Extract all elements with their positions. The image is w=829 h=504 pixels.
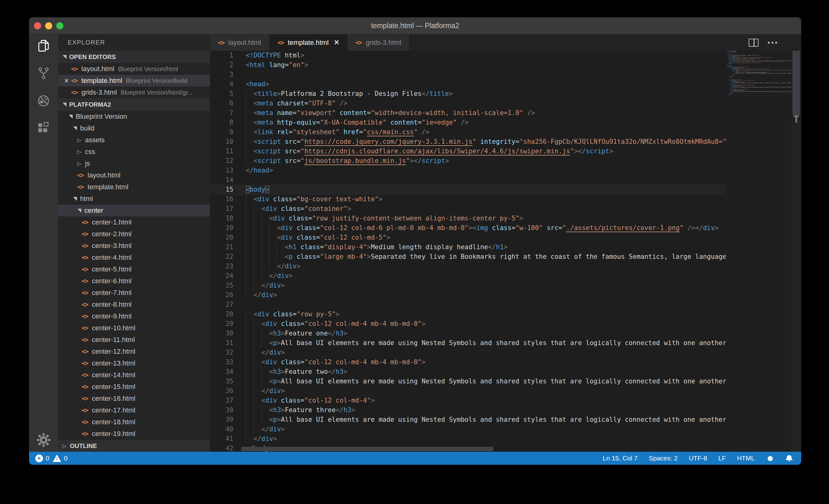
code-line[interactable]: 33 <div class="col-12 col-md-4 mb-4 mb-m… bbox=[210, 357, 727, 367]
titlebar[interactable]: template.html — Platforma2 bbox=[29, 17, 801, 34]
code-line[interactable]: 34 <h3>Feature two</h3> bbox=[210, 367, 727, 376]
editor-pane[interactable]: 1<!DOCTYPE html>2<html lang="en">34<head… bbox=[210, 51, 801, 452]
close-window-button[interactable] bbox=[34, 22, 41, 29]
code-line[interactable]: 17 <div class="container"> bbox=[210, 204, 727, 214]
code-line[interactable]: 21 <h1 class="display-4">Medium length d… bbox=[210, 243, 727, 252]
code-line[interactable]: 28 <div class="row py-5"> bbox=[210, 310, 727, 319]
feedback-smiley-icon[interactable]: ☻ bbox=[766, 454, 774, 463]
code-line[interactable]: 16 <div class="bg-cover text-white"> bbox=[210, 194, 727, 204]
outline-section-header[interactable]: ▷ OUTLINE bbox=[58, 440, 210, 452]
tree-item-Blueprint Version[interactable]: Blueprint Version bbox=[58, 111, 210, 122]
code-line[interactable]: 11 <script src="https://cdnjs.cloudflare… bbox=[210, 147, 727, 156]
tree-item-center-6-html[interactable]: <>center-6.html bbox=[58, 275, 210, 287]
code-line[interactable]: 36 </div> bbox=[210, 386, 727, 396]
vertical-scrollbar[interactable]: T bbox=[791, 51, 801, 452]
code-line[interactable]: 13</head> bbox=[210, 166, 727, 175]
tree-item-center-16-html[interactable]: <>center-16.html bbox=[58, 393, 210, 404]
tree-item-css[interactable]: ▷css bbox=[58, 146, 210, 158]
open-editor-item[interactable]: ×<>template.htmlBlueprint Version/build bbox=[58, 75, 210, 86]
open-editors-section-header[interactable]: OPEN EDITORS bbox=[58, 51, 210, 63]
status-errors[interactable]: × 0 bbox=[35, 455, 49, 462]
code-line[interactable]: 19 <div class="col-12 col-md-6 pl-md-0 m… bbox=[210, 223, 727, 233]
tree-item-center-2-html[interactable]: <>center-2.html bbox=[58, 228, 210, 240]
code-line[interactable]: 31 <p>All base UI elements are made usin… bbox=[210, 338, 727, 348]
tree-item-center[interactable]: center bbox=[58, 205, 210, 216]
tree-item-center-10-html[interactable]: <>center-10.html bbox=[58, 322, 210, 334]
tree-item-center-5-html[interactable]: <>center-5.html bbox=[58, 263, 210, 275]
code-line[interactable]: 2<html lang="en"> bbox=[210, 60, 727, 70]
code-line[interactable]: 4<head> bbox=[210, 79, 727, 89]
status-warnings[interactable]: ! 0 bbox=[53, 455, 68, 462]
tab-template-html[interactable]: <>template.html× bbox=[269, 34, 348, 51]
close-tab-icon[interactable]: × bbox=[334, 38, 339, 47]
code-line[interactable]: 8 <meta http-equiv="X-UA-Compatible" con… bbox=[210, 118, 727, 128]
open-editor-item[interactable]: <>grids-3.htmlBlueprint Version/html/gr.… bbox=[58, 86, 210, 98]
debug-disabled-icon[interactable] bbox=[36, 94, 51, 108]
extensions-icon[interactable] bbox=[36, 121, 51, 136]
notifications-bell-icon[interactable] bbox=[786, 455, 793, 462]
tree-item-center-15-html[interactable]: <>center-15.html bbox=[58, 381, 210, 393]
open-editor-item[interactable]: <>layout.htmlBlueprint Version/html bbox=[58, 63, 210, 75]
tree-item-center-9-html[interactable]: <>center-9.html bbox=[58, 311, 210, 322]
code-line[interactable]: 24 </div> bbox=[210, 271, 727, 281]
code-line[interactable]: 18 <div class="row justify-content-betwe… bbox=[210, 214, 727, 223]
code-line[interactable]: 9 <link rel="stylesheet" href="css/main.… bbox=[210, 128, 727, 137]
tree-item-layout-html[interactable]: <>layout.html bbox=[58, 170, 210, 181]
code-line[interactable]: 27 bbox=[210, 300, 727, 310]
source-control-icon[interactable] bbox=[36, 66, 51, 80]
horizontal-scrollbar-slider[interactable] bbox=[241, 447, 493, 451]
code-line[interactable]: 26 </div> bbox=[210, 290, 727, 300]
tree-item-center-13-html[interactable]: <>center-13.html bbox=[58, 357, 210, 369]
split-editor-icon[interactable] bbox=[749, 39, 759, 47]
code-line[interactable]: 37 <div class="col-12 col-md-4"> bbox=[210, 396, 727, 405]
code-line[interactable]: 3 bbox=[210, 70, 727, 79]
tree-item-center-1-html[interactable]: <>center-1.html bbox=[58, 216, 210, 228]
status-cursor-position[interactable]: Ln 15, Col 7 bbox=[603, 455, 638, 462]
code-line[interactable]: 29 <div class="col-12 col-md-4 mb-4 mb-m… bbox=[210, 319, 727, 329]
code-line[interactable]: 6 <meta charset="UTF-8" /> bbox=[210, 99, 727, 108]
tab-grids-3-html[interactable]: <>grids-3.html bbox=[348, 34, 409, 51]
tree-item-center-4-html[interactable]: <>center-4.html bbox=[58, 252, 210, 263]
code-line[interactable]: 25 </div> bbox=[210, 281, 727, 290]
settings-gear-icon[interactable] bbox=[36, 433, 51, 447]
tree-item-center-14-html[interactable]: <>center-14.html bbox=[58, 369, 210, 381]
tree-item-assets[interactable]: ▷assets bbox=[58, 134, 210, 146]
minimize-window-button[interactable] bbox=[45, 22, 52, 29]
tree-item-js[interactable]: ▷js bbox=[58, 158, 210, 170]
zoom-window-button[interactable] bbox=[56, 22, 63, 29]
code-line[interactable]: 15<body> bbox=[210, 185, 727, 194]
tree-item-center-11-html[interactable]: <>center-11.html bbox=[58, 334, 210, 346]
code-line[interactable]: 14 bbox=[210, 175, 727, 185]
close-file-icon[interactable]: × bbox=[62, 76, 71, 85]
tree-item-center-8-html[interactable]: <>center-8.html bbox=[58, 299, 210, 311]
tree-item-center-7-html[interactable]: <>center-7.html bbox=[58, 287, 210, 299]
files-explorer-icon[interactable] bbox=[36, 39, 51, 53]
tree-item-center-19-html[interactable]: <>center-19.html bbox=[58, 428, 210, 440]
code-line[interactable]: 35 <p>All base UI elements are made usin… bbox=[210, 376, 727, 386]
code-line[interactable]: 5 <title>Platforma 2 Bootstrap - Design … bbox=[210, 89, 727, 99]
tree-item-build[interactable]: build bbox=[58, 122, 210, 134]
tree-item-html[interactable]: html bbox=[58, 193, 210, 205]
tree-item-center-3-html[interactable]: <>center-3.html bbox=[58, 240, 210, 252]
status-encoding[interactable]: UTF-8 bbox=[689, 455, 707, 462]
code-line[interactable]: 39 <p>All base UI elements are made usin… bbox=[210, 415, 727, 425]
more-actions-icon[interactable] bbox=[768, 42, 777, 44]
vertical-scrollbar-slider[interactable] bbox=[793, 51, 800, 115]
code-line[interactable]: 41 </div> bbox=[210, 434, 727, 444]
code-line[interactable]: 38 <h3>Feature three</h3> bbox=[210, 405, 727, 415]
code-view[interactable]: 1<!DOCTYPE html>2<html lang="en">34<head… bbox=[210, 51, 727, 452]
minimap[interactable]: <!DOCTYPE html><html lang="en"><head> <t… bbox=[726, 51, 791, 452]
code-line[interactable]: 32 </div> bbox=[210, 348, 727, 357]
code-line[interactable]: 7 <meta name="viewport" content="width=d… bbox=[210, 108, 727, 118]
code-line[interactable]: 12 <script src="js/bootstrap.bundle.min.… bbox=[210, 156, 727, 166]
tree-item-center-18-html[interactable]: <>center-18.html bbox=[58, 416, 210, 428]
tree-item-center-12-html[interactable]: <>center-12.html bbox=[58, 346, 210, 357]
tree-item-center-17-html[interactable]: <>center-17.html bbox=[58, 404, 210, 416]
tree-item-template-html[interactable]: <>template.html bbox=[58, 181, 210, 193]
code-line[interactable]: 22 <p class="large mb-4">Separated they … bbox=[210, 252, 727, 261]
code-line[interactable]: 10 <script src="https://code.jquery.com/… bbox=[210, 137, 727, 147]
project-section-header[interactable]: PLATFORMA2 bbox=[58, 98, 210, 111]
code-line[interactable]: 40 </div> bbox=[210, 425, 727, 434]
code-line[interactable]: 23 </div> bbox=[210, 261, 727, 271]
status-eol[interactable]: LF bbox=[718, 455, 726, 462]
